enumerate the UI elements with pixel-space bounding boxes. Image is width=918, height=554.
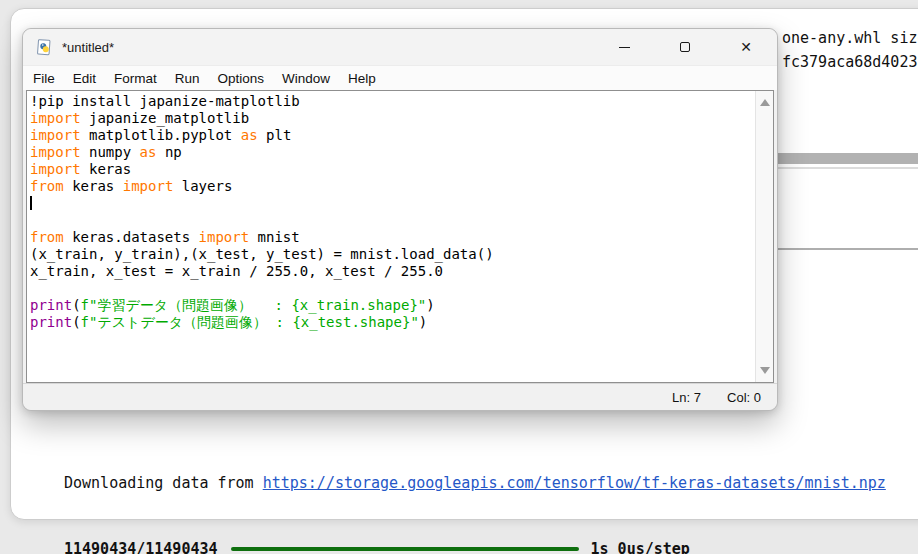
scroll-down-icon[interactable] — [760, 367, 770, 374]
download-output: Downloading data from https://storage.go… — [64, 428, 886, 554]
code-line: print(f"テストデータ（問題画像） : {x_test.shape}") — [30, 314, 755, 331]
code-line: x_train, x_test = x_train / 255.0, x_tes… — [30, 263, 755, 280]
progress-line: 11490434/114904341s 0us/step — [64, 538, 886, 554]
menu-item-options[interactable]: Options — [209, 71, 274, 86]
maximize-icon — [680, 42, 690, 52]
menu-bar: FileEditFormatRunOptionsWindowHelp — [23, 66, 777, 90]
close-button[interactable]: ✕ — [723, 29, 769, 65]
text-cursor — [30, 196, 32, 210]
menu-item-help[interactable]: Help — [339, 71, 385, 86]
menu-item-edit[interactable]: Edit — [64, 71, 105, 86]
progress-count: 11490434/11490434 — [64, 540, 218, 554]
background-text-line: fc379aca68d40238b — [782, 50, 918, 74]
status-bar: Ln: 7 Col: 0 — [23, 383, 777, 410]
code-line — [30, 195, 755, 212]
download-prefix: Downloading data from — [64, 474, 263, 492]
code-line: print(f"学習データ（問題画像） : {x_train.shape}") — [30, 297, 755, 314]
code-line: import matplotlib.pyplot as plt — [30, 127, 755, 144]
background-divider-line-2 — [776, 248, 918, 250]
minimize-icon — [619, 47, 630, 48]
code-line: import keras — [30, 161, 755, 178]
menu-item-window[interactable]: Window — [273, 71, 339, 86]
progress-bar — [231, 547, 579, 551]
background-text-line: one-any.whl size= — [782, 26, 918, 50]
maximize-button[interactable] — [662, 29, 708, 65]
minimize-button[interactable] — [601, 29, 647, 65]
window-controls: ✕ — [586, 29, 777, 65]
code-line: (x_train, y_train),(x_test, y_test) = mn… — [30, 246, 755, 263]
background-console-text: one-any.whl size=fc379aca68d40238b — [782, 26, 918, 74]
scroll-up-icon[interactable] — [760, 99, 770, 106]
python-file-icon — [35, 38, 53, 56]
code-line — [30, 212, 755, 229]
code-line: from keras.datasets import mnist — [30, 229, 755, 246]
title-bar[interactable]: *untitled* ✕ — [23, 29, 777, 66]
status-column-number: Col: 0 — [727, 390, 761, 405]
code-line — [30, 280, 755, 297]
code-line: from keras import layers — [30, 178, 755, 195]
code-area[interactable]: !pip install japanize-matplotlibimport j… — [27, 91, 755, 382]
code-line: import japanize_matplotlib — [30, 110, 755, 127]
menu-item-run[interactable]: Run — [166, 71, 209, 86]
editor[interactable]: !pip install japanize-matplotlibimport j… — [26, 90, 774, 383]
background-divider-line — [776, 167, 918, 169]
download-line: Downloading data from https://storage.go… — [64, 472, 886, 494]
code-line: !pip install japanize-matplotlib — [30, 93, 755, 110]
progress-time: 1s 0us/step — [591, 540, 690, 554]
download-url-link[interactable]: https://storage.googleapis.com/tensorflo… — [263, 474, 886, 492]
menu-item-format[interactable]: Format — [105, 71, 166, 86]
window-title: *untitled* — [62, 40, 114, 55]
code-line: import numpy as np — [30, 144, 755, 161]
close-icon: ✕ — [740, 40, 752, 54]
menu-item-file[interactable]: File — [24, 71, 64, 86]
editor-scrollbar[interactable] — [755, 91, 773, 382]
idle-editor-window: *untitled* ✕ FileEditFormatRunOptionsWin… — [22, 28, 778, 411]
status-line-number: Ln: 7 — [672, 390, 701, 405]
background-divider-bar — [776, 153, 918, 164]
